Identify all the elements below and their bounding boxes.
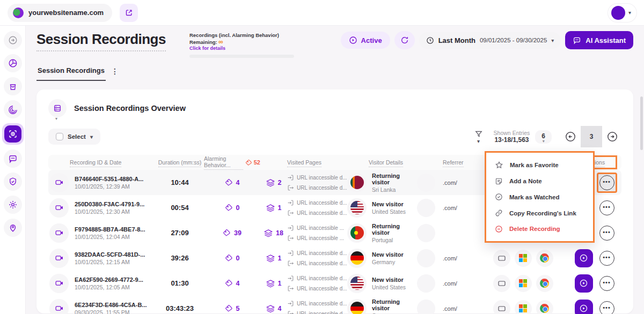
sidebar-item-feedback[interactable]: [4, 149, 22, 168]
duration: 01:30: [156, 279, 204, 287]
entry-page: URL inaccessible d...: [287, 199, 347, 206]
column-visited-pages[interactable]: Visited Pages: [287, 159, 321, 167]
exit-page: URL inaccessible d...: [287, 210, 347, 216]
external-link-icon: [125, 9, 133, 17]
website-selector[interactable]: yourwebsitename.com: [8, 4, 112, 22]
chevron-down-icon: ▾: [90, 134, 93, 140]
sidebar-item-consent[interactable]: [4, 173, 22, 191]
menu-item-mark-favorite[interactable]: Mark as Favorite: [486, 161, 593, 169]
quota-label: Recordings (incl. Alarming Behavior) Rem…: [189, 32, 279, 45]
quota-panel: Recordings (incl. Alarming Behavior) Rem…: [189, 32, 297, 58]
menu-item-label: Delete Recording: [509, 226, 560, 232]
entry-page: URL inaccessible d...: [287, 300, 347, 307]
active-filter-button[interactable]: Active: [341, 32, 390, 49]
video-camera-icon: [49, 173, 69, 192]
visited-pages-count: 1: [260, 254, 287, 263]
exit-page: URL inaccessible d...: [287, 310, 347, 314]
visitor-type: New visitor: [372, 276, 406, 283]
tab-session-recordings[interactable]: Session Recordings: [36, 66, 106, 81]
page-exit-icon: [287, 260, 294, 267]
sidebar-item-analytics[interactable]: [4, 54, 22, 72]
device-desktop-icon: [493, 275, 510, 292]
more-actions-button[interactable]: •••: [599, 251, 614, 266]
column-duration[interactable]: Duration (mm:ss): [158, 159, 202, 167]
menu-item-mark-watched[interactable]: Mark as Watched: [486, 193, 593, 201]
duration: 03:43:23: [156, 304, 204, 312]
row-actions-highlight: •••: [597, 198, 617, 218]
menu-item-delete-recording[interactable]: Delete Recording: [486, 225, 593, 233]
date-range-picker[interactable]: Last Month 09/01/2025 - 09/30/2025 ▾: [419, 32, 561, 49]
sidebar-item-heatmaps[interactable]: [4, 100, 22, 118]
minus-circle-icon: [495, 225, 503, 233]
country-flag-icon: [347, 223, 367, 243]
more-actions-button[interactable]: •••: [599, 226, 614, 241]
sidebar-item-settings[interactable]: [4, 196, 22, 214]
select-dropdown[interactable]: Select ▾: [48, 129, 100, 145]
scrollbar[interactable]: [640, 96, 643, 150]
more-actions-button[interactable]: •••: [599, 200, 614, 215]
select-checkbox[interactable]: [56, 133, 63, 140]
sidebar-item-store[interactable]: [4, 77, 22, 95]
user-menu[interactable]: ▾: [608, 4, 636, 22]
country-flag-icon: [347, 198, 367, 218]
next-page-button[interactable]: [603, 128, 621, 146]
layers-icon: [266, 304, 275, 313]
windows-os-icon: [515, 250, 532, 267]
menu-item-add-note[interactable]: Add a Note: [486, 177, 593, 185]
alarming-behavior-count: 0: [204, 204, 260, 212]
current-page[interactable]: 3: [581, 126, 602, 147]
page-exit-icon: [287, 210, 294, 216]
sidebar-item-session-recordings[interactable]: [2, 123, 24, 145]
overview-collapse-button[interactable]: ▾: [48, 99, 67, 117]
table-row[interactable]: 6E234F3D-E486-4C5A-B... 09/30/2025, 11:5…: [48, 296, 621, 314]
visited-pages-count: 2: [260, 178, 287, 187]
menu-item-copy-link[interactable]: Copy Recording's Link: [486, 209, 593, 217]
entry-page: URL inaccessible d...: [287, 250, 347, 257]
referrer-url: .com/: [443, 205, 457, 211]
sidebar-item-visitor-location[interactable]: [4, 219, 22, 237]
play-recording-button[interactable]: [575, 300, 593, 314]
windows-os-icon: [515, 275, 532, 292]
visitor-type: Returning visitor: [372, 173, 417, 185]
referrer-url: .com/: [443, 255, 457, 261]
page-exit-icon: [287, 310, 294, 314]
alarming-tag-icon: [225, 204, 233, 212]
play-icon: [579, 253, 588, 263]
table-row[interactable]: 9382DAAC-5CFD-481D-... 10/01/2025, 12:15…: [48, 245, 621, 271]
visitor-type: New visitor: [372, 251, 404, 258]
column-recording-id[interactable]: Recording ID & Date: [70, 159, 121, 167]
page-size-dropdown[interactable]: 6 ▾: [535, 130, 552, 144]
video-camera-icon: [49, 223, 69, 243]
shown-entries-value: 13-18/1,563: [494, 136, 530, 144]
menu-item-label: Mark as Watched: [509, 194, 560, 200]
column-visitor-details[interactable]: Visitor Details: [369, 159, 403, 167]
ai-assistant-label: AI Assistant: [586, 36, 626, 44]
table-row[interactable]: EA62F590-2669-4772-9... 10/01/2025, 12:0…: [48, 271, 621, 296]
quota-details-link[interactable]: Click for details: [189, 46, 297, 51]
panel-toggle-icon: [8, 35, 18, 45]
previous-page-button[interactable]: [561, 128, 580, 146]
recordings-table-icon: [53, 104, 62, 113]
more-actions-button[interactable]: •••: [599, 175, 614, 190]
more-actions-button[interactable]: •••: [599, 276, 614, 291]
tab-options-kebab-icon[interactable]: ⋮: [111, 67, 119, 81]
menu-item-label: Mark as Favorite: [510, 162, 559, 168]
chrome-browser-icon: [536, 275, 553, 292]
more-actions-button[interactable]: •••: [599, 301, 614, 314]
filter-button[interactable]: ▾: [469, 128, 488, 146]
sidebar: [0, 26, 26, 314]
visitor-country: Sri Lanka: [372, 186, 417, 193]
check-circle-icon: [495, 193, 503, 201]
ai-assistant-button[interactable]: AI Assistant: [565, 31, 633, 49]
column-referrer[interactable]: Referrer: [443, 159, 464, 167]
shield-check-icon: [8, 177, 18, 186]
refresh-button[interactable]: [394, 31, 415, 49]
visitor-country: United States: [372, 284, 406, 290]
sidebar-item-panel-toggle[interactable]: [4, 31, 22, 49]
alarming-behavior-count: 4: [204, 279, 260, 287]
filter-funnel-icon: [474, 130, 483, 138]
play-recording-button[interactable]: [575, 274, 593, 293]
column-alarming-behavior[interactable]: Alarming Behavior...: [204, 155, 243, 170]
open-website-button[interactable]: [120, 4, 138, 22]
play-recording-button[interactable]: [575, 249, 593, 267]
